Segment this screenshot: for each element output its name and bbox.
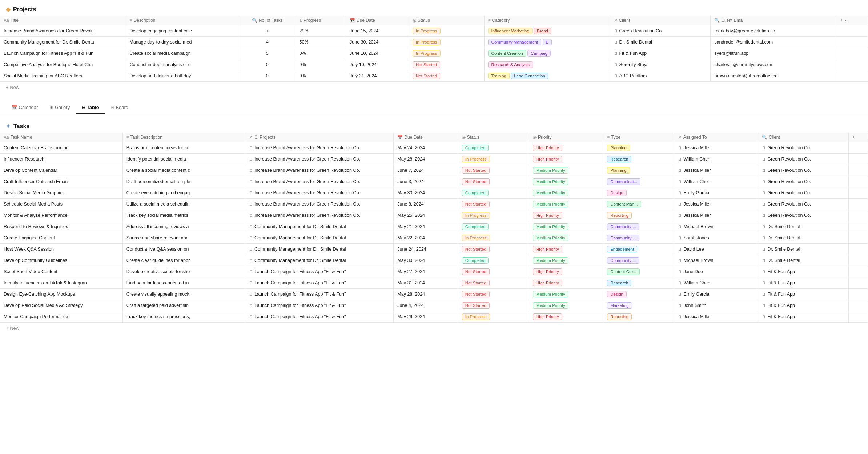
task-client: 🗒Green Revolution Co. [758,142,849,154]
tab-board[interactable]: ⊟ Board [105,102,134,114]
table-row[interactable]: Script Short Video Content Develop creat… [0,266,868,277]
table-row[interactable]: Develop Paid Social Media Ad Strategy Cr… [0,300,868,311]
task-project: 🗒Community Management for Dr. Smile Dent… [245,221,394,232]
task-duedate: May 25, 2024 [394,210,458,221]
task-priority: High Priority [529,311,603,323]
task-add [848,210,868,221]
project-tasks: 0 [239,59,296,70]
project-status: In Progress [409,48,485,59]
priority-badge: Medium Priority [533,291,568,297]
task-status: Completed [458,187,529,199]
project-status: Not Started [409,59,485,70]
table-row[interactable]: Craft Influencer Outreach Emails Draft p… [0,176,868,187]
task-priority: High Priority [529,154,603,165]
status-badge: Not Started [462,178,490,185]
th-tasks: 🔍No. of Tasks [239,16,296,25]
priority-badge: Medium Priority [533,223,568,230]
project-title: Competitive Analysis for Boutique Hotel … [0,59,126,70]
task-assigned: 🗒Emily Garcia [674,187,758,199]
tab-table[interactable]: ⊟ Table [76,102,105,114]
priority-badge: Medium Priority [533,201,568,207]
status-badge: In Progress [462,313,490,320]
task-assigned: 🗒William Chen [674,277,758,289]
project-actions [836,48,868,59]
category-badge: Brand [534,28,551,34]
task-priority: High Priority [529,142,603,154]
task-duedate: May 27, 2024 [394,266,458,277]
type-badge: Community ... [607,235,639,241]
priority-badge: Medium Priority [533,178,568,185]
table-row[interactable]: Develop Content Calendar Create a social… [0,165,868,176]
task-name: Develop Community Guidelines [0,255,122,266]
task-type: Planning [603,165,674,176]
project-client: 🗒Dr. Smile Dental [610,37,711,48]
table-row[interactable]: Launch Campaign for Fitness App "Fit & F… [0,48,868,59]
priority-badge: High Priority [533,313,562,320]
table-row[interactable]: Develop Community Guidelines Create clea… [0,255,868,266]
table-row[interactable]: Monitor Campaign Performance Track key m… [0,311,868,323]
project-title: Community Management for Dr. Smile Denta [0,37,126,48]
task-priority: Medium Priority [529,232,603,244]
table-row[interactable]: Respond to Reviews & Inquiries Address a… [0,221,868,232]
task-client: 🗒Fit & Fun App [758,311,849,323]
category-badge: E [543,39,552,45]
th-progress: ΣProgress [296,16,346,25]
task-client: 🗒Green Revolution Co. [758,187,849,199]
tab-gallery[interactable]: ⊞ Gallery [44,102,76,114]
table-row[interactable]: Content Calendar Brainstorming Brainstor… [0,142,868,154]
projects-add-new[interactable]: + New [0,82,868,93]
priority-badge: High Priority [533,156,562,162]
table-row[interactable]: Curate Engaging Content Source and share… [0,232,868,244]
table-row[interactable]: Competitive Analysis for Boutique Hotel … [0,59,868,70]
table-row[interactable]: Host Week Q&A Session Conduct a live Q&A… [0,244,868,255]
project-client: 🗒Fit & Fun App [610,48,711,59]
tab-calendar[interactable]: 📅 Calendar [6,102,44,114]
priority-badge: High Priority [533,246,562,252]
project-progress: 0% [296,70,346,82]
priority-badge: Medium Priority [533,302,568,309]
task-client: 🗒Green Revolution Co. [758,165,849,176]
task-client: 🗒Dr. Smile Dental [758,232,849,244]
task-priority: Medium Priority [529,289,603,300]
th-taskstatus: ◉Status [458,133,529,142]
table-row[interactable]: Design Eye-Catching App Mockups Create v… [0,289,868,300]
project-category: Community Management E [484,37,610,48]
project-title: Social Media Training for ABC Realtors [0,70,126,82]
table-row[interactable]: Community Management for Dr. Smile Denta… [0,37,868,48]
type-badge: Communicat... [607,178,640,185]
task-project: 🗒Increase Brand Awareness for Green Revo… [245,210,394,221]
table-row[interactable]: Schedule Social Media Posts Utilize a so… [0,199,868,210]
task-client: 🗒Fit & Fun App [758,300,849,311]
project-desc: Create social media campaign [126,48,239,59]
task-add [848,142,868,154]
project-actions [836,70,868,82]
th-taskdate: 📅Due Date [394,133,458,142]
task-assigned: 🗒Michael Brown [674,221,758,232]
table-row[interactable]: Design Social Media Graphics Create eye-… [0,187,868,199]
task-priority: High Priority [529,210,603,221]
table-row[interactable]: Increase Brand Awareness for Green Revol… [0,25,868,37]
task-desc: Address all incoming reviews a [122,221,245,232]
task-duedate: June 4, 2024 [394,300,458,311]
task-status: Completed [458,142,529,154]
tasks-add-new[interactable]: + New [0,323,868,334]
status-badge: In Progress [462,235,490,241]
type-badge: Marketing [607,302,632,309]
type-badge: Design [607,190,627,196]
task-client: 🗒Green Revolution Co. [758,210,849,221]
category-badge: Influencer Marketing [488,28,533,34]
table-row[interactable]: Monitor & Analyze Performance Track key … [0,210,868,221]
project-email: syers@fitfun.app [711,48,836,59]
task-status: Not Started [458,199,529,210]
project-category: Research & Analysis [484,59,610,70]
type-badge: Research [607,156,631,162]
table-row[interactable]: Influencer Research Identify potential s… [0,154,868,165]
th-taskclient: 🔍Client [758,133,849,142]
table-row[interactable]: Identify Influencers on TikTok & Instagr… [0,277,868,289]
status-badge: In Progress [462,212,490,219]
task-assigned: 🗒Jessica Miller [674,210,758,221]
status-badge: Not Started [462,291,490,297]
project-status: Not Started [409,70,485,82]
table-row[interactable]: Social Media Training for ABC Realtors D… [0,70,868,82]
status-badge: Completed [462,190,489,196]
